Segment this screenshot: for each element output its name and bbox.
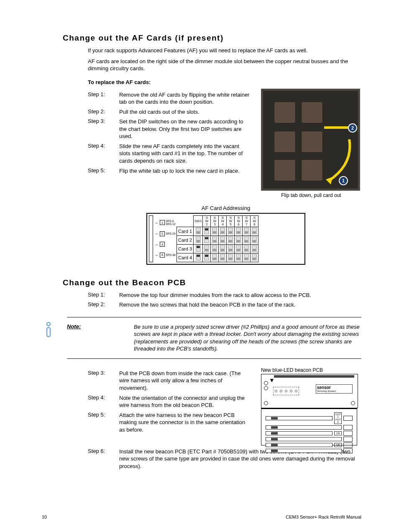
step-label: Step 4: [88,394,119,409]
step-label: Step 1: [88,292,119,299]
step-label: Step 2: [88,301,119,309]
af-intro-2: AF cards are located on the right side o… [88,58,361,72]
pcb-label: New blue-LED beacon PCB [261,367,357,373]
af-step-2: Step 2: Pull the old cards out of the sl… [88,108,251,116]
sw-header: SW8 [251,215,258,227]
af-card-row-2: Card 2 [177,235,258,244]
step-text: Note the orientation of the connector an… [119,394,251,409]
af-step-4: Step 4: Slide the new AF cards completel… [88,143,251,165]
beacon-step-4: Step 4: Note the orientation of the conn… [88,394,251,409]
sw-header: SW1 [194,215,203,227]
rack-label: CR [334,431,342,435]
sw-header: SW5 [227,215,235,227]
step-text: Remove the two screws that hold the beac… [119,301,361,309]
af-card-row-4: Card 4 [177,253,258,262]
af-card-photo: 1 2 [261,89,360,191]
sw-header: SW4 [219,215,227,227]
sw-header: SW6 [235,215,243,227]
af-addressing-table: ←1 SR3-6 SR3-12 ←2 SR3-24 ←3 ←4 SR3-48 [146,213,305,265]
af-left-label-2: ←2 SR3-24 [155,231,176,236]
af-intro-1: If your rack supports Advanced Features … [88,47,361,54]
page-number: 10 [42,514,47,519]
af-step-3: Step 3: Set the DIP switches on the new … [88,118,251,140]
beacon-pcb-diagram: New blue-LED beacon PCB ▼ sensor Dimming… [261,367,357,445]
svg-rect-4 [47,327,50,337]
beacon-step-2: Step 2: Remove the two screws that hold … [88,301,361,309]
sw-header: SW7 [243,215,251,227]
note-text: Be sure to use a properly sized screw dr… [134,323,361,353]
rack-label: OUT 1OUT 2 [334,412,342,424]
step-text: Set the DIP switches on the new cards ac… [119,118,251,140]
footer-title: CEM3 Sensor+ Rack Retrofit Manual [286,514,361,519]
beacon-step-1: Step 1: Remove the top four dimmer modul… [88,292,361,299]
beacon-step-5: Step 5: Attach the wire harness to the n… [88,412,251,434]
pcb-logo: sensor [317,386,351,390]
af-left-label-4: ←4 SR3-48 [155,253,176,258]
step-text: Pull the PCB down from inside the rack c… [119,370,251,392]
rack-label: CB [334,443,342,447]
step-label: Step 1: [88,91,119,106]
af-subheading: To replace the AF cards: [88,79,361,85]
af-step-1: Step 1: Remove the old AF cards by flipp… [88,91,251,106]
step-text: Pull the old cards out of the slots. [119,108,251,116]
step-text: Slide the new AF cards completely into t… [119,143,251,165]
step-label: Step 3: [88,118,119,140]
af-step-5: Step 5: Flip the white tab up to lock th… [88,167,251,175]
arrow-down-icon: ▼ [269,377,275,384]
af-left-label-1: ←1 SR3-6 SR3-12 [155,220,176,225]
note-label: Note: [67,323,134,353]
af-card-row-3: Card 3 [177,244,258,253]
step-label: Step 5: [88,412,119,434]
svg-point-3 [47,322,50,326]
section-title-af-cards: Change out the AF Cards (if present) [63,33,361,43]
sw-header: SW2 [203,215,211,227]
step-label: Step 6: [88,448,119,470]
af-card-row-1: Card 1 [177,227,258,235]
af-table-title: AF Card Addressing [146,205,305,211]
pcb-logo-sub: Dimming System [317,390,351,392]
beacon-step-3: Step 3: Pull the PCB down from inside th… [88,370,251,392]
af-left-label-3: ←3 [155,242,176,247]
note-block: Note: Be sure to use a properly sized sc… [67,317,361,359]
section-title-beacon-pcb: Change out the Beacon PCB [63,278,361,287]
step-text: Flip the white tab up to lock the new ca… [119,167,251,175]
step-text: Attach the wire harness to the new beaco… [119,412,251,434]
step-text: Remove the old AF cards by flipping the … [119,91,251,106]
sw-header: SW3 [211,215,219,227]
info-icon [42,322,55,341]
step-label: Step 5: [88,167,119,175]
step-text: Remove the top four dimmer modules from … [119,292,361,299]
step-label: Step 2: [88,108,119,116]
photo-caption: Flip tab down, pull card out [261,192,361,198]
step-label: Step 4: [88,143,119,165]
step-label: Step 3: [88,370,119,392]
